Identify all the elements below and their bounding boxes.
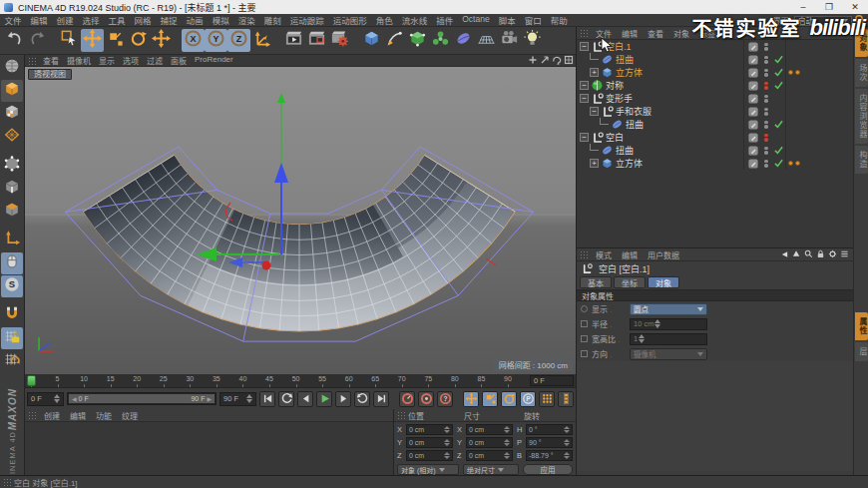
keyframe-selection-button[interactable] (558, 391, 574, 407)
view-toggle-icon[interactable] (564, 55, 574, 67)
menu-item[interactable]: 显示 (95, 55, 119, 66)
menu-item[interactable]: 雕刻 (259, 14, 285, 26)
menu-item[interactable]: 文件 (591, 28, 617, 39)
visibility-dot[interactable] (764, 147, 768, 151)
live-selection-button[interactable] (58, 29, 81, 52)
menu-item[interactable]: 模式 (591, 249, 617, 260)
coordinate-system-button[interactable] (250, 29, 273, 52)
rotation-p-input[interactable]: 90 ° (526, 437, 573, 448)
apply-button[interactable]: 应用 (523, 464, 573, 475)
半径-field[interactable]: 10 cm (630, 318, 707, 330)
edit-tag-icon[interactable] (743, 105, 761, 118)
object-tags[interactable] (785, 79, 811, 92)
expand-toggle[interactable]: − (580, 133, 589, 142)
add-deformer-button[interactable] (452, 29, 475, 52)
stepper[interactable] (563, 426, 570, 433)
menu-item[interactable]: 查看 (39, 55, 63, 66)
menu-item[interactable]: 动画 (182, 14, 208, 26)
maximize-button[interactable]: ❐ (816, 0, 842, 14)
viewport-canvas[interactable]: 透视视图 网格间距 : 1000 cm (25, 67, 576, 374)
tag-dot-icon[interactable] (788, 70, 793, 75)
visibility-dots[interactable] (761, 134, 771, 142)
close-button[interactable]: ✕ (842, 0, 868, 14)
tree-item[interactable]: 扭曲 (577, 118, 853, 131)
tree-item[interactable]: +立方体 (577, 66, 853, 79)
key-position-button[interactable] (463, 391, 479, 407)
add-light-button[interactable] (521, 29, 544, 52)
object-tags[interactable] (785, 105, 811, 118)
drag-handle-icon[interactable] (397, 411, 405, 419)
undo-button[interactable] (3, 29, 26, 52)
visibility-dot[interactable] (764, 56, 768, 60)
redo-button[interactable] (26, 29, 49, 52)
visibility-dot[interactable] (764, 43, 768, 47)
menu-item[interactable]: 流水线 (397, 14, 432, 26)
coordinate-mode-select[interactable]: 对象 (相对) (397, 464, 459, 475)
edit-tag-icon[interactable] (743, 79, 761, 92)
planar-workplane-button[interactable] (1, 350, 23, 372)
menu-item[interactable]: 角色 (371, 14, 397, 26)
tree-item[interactable]: −空白 (577, 131, 853, 144)
side-tab-属性[interactable]: 属性 (855, 312, 868, 340)
next-frame-button[interactable] (335, 391, 351, 407)
edit-tag-icon[interactable] (743, 40, 761, 53)
visibility-dot[interactable] (764, 164, 768, 168)
frame-end-field[interactable]: 90 F (219, 392, 256, 406)
object-tags[interactable] (785, 40, 811, 53)
keyframe-help-button[interactable]: ? (437, 391, 453, 407)
workplane-mode-button[interactable] (1, 126, 23, 148)
tree-item[interactable]: 扭曲 (577, 144, 853, 157)
search-icon[interactable] (854, 14, 866, 26)
menu-item[interactable]: 窗口 (520, 14, 546, 26)
visibility-dot[interactable] (764, 47, 768, 51)
tree-item[interactable]: +立方体 (577, 157, 853, 170)
range-thumb[interactable]: ◀ 0 F90 F ▶ (69, 394, 215, 403)
visibility-dot[interactable] (764, 95, 768, 99)
list-icon[interactable] (840, 249, 849, 260)
polygons-mode-button[interactable] (1, 201, 23, 223)
menu-item[interactable]: 运动跟踪 (285, 14, 328, 26)
render-settings-button[interactable] (328, 29, 351, 52)
stepper[interactable] (443, 439, 450, 446)
menu-item[interactable]: 运动图形 (328, 14, 371, 26)
lock-y-axis-button[interactable]: Y (205, 29, 227, 52)
menu-item[interactable]: 编辑 (617, 28, 643, 39)
view-pan-icon[interactable] (528, 55, 538, 67)
enabled-check-icon[interactable] (771, 81, 785, 90)
rotation-b-input[interactable]: -88.79 ° (526, 450, 573, 461)
object-tags[interactable] (785, 157, 811, 170)
menu-item[interactable]: 编辑 (617, 249, 643, 260)
render-region-button[interactable] (305, 29, 328, 52)
visibility-dot[interactable] (764, 99, 768, 103)
edit-tag-icon[interactable] (743, 92, 761, 105)
material-list[interactable] (25, 422, 393, 475)
points-mode-button[interactable] (1, 155, 23, 177)
edit-tag-icon[interactable] (743, 144, 761, 157)
visibility-dots[interactable] (761, 95, 771, 103)
current-frame-field[interactable]: 0 F (530, 375, 574, 386)
visibility-dots[interactable] (761, 160, 771, 168)
menu-item[interactable]: 标签 (694, 28, 720, 39)
frame-start-field[interactable]: 0 F (27, 392, 64, 406)
side-tab-场次[interactable]: 场次 (855, 59, 868, 87)
last-used-tool-button[interactable] (150, 29, 173, 52)
显示-field[interactable]: 圆点 (630, 303, 707, 315)
loop-button[interactable] (278, 391, 294, 407)
position-y-input[interactable]: 0 cm (406, 437, 453, 448)
edit-tag-icon[interactable] (743, 66, 761, 79)
expand-toggle[interactable]: − (580, 42, 589, 51)
enabled-check-icon[interactable] (771, 159, 785, 168)
side-tab-内容浏览器[interactable]: 内容浏览器 (855, 89, 868, 144)
visibility-dots[interactable] (761, 147, 771, 155)
宽高比-field[interactable]: 1 (630, 333, 707, 345)
edit-tag-icon[interactable] (743, 53, 761, 66)
visibility-dot[interactable] (764, 82, 768, 86)
timeline-ruler[interactable]: 0 F 051015202530354045505560657075808590 (25, 374, 576, 388)
menu-item[interactable]: 插件 (432, 14, 458, 26)
menu-item[interactable]: 过滤 (143, 55, 167, 66)
autokeying-button[interactable] (418, 391, 434, 407)
menu-item[interactable]: 功能 (91, 410, 117, 421)
visibility-dot[interactable] (764, 108, 768, 112)
quantize-button[interactable] (1, 304, 23, 326)
expand-toggle[interactable]: − (580, 94, 589, 103)
